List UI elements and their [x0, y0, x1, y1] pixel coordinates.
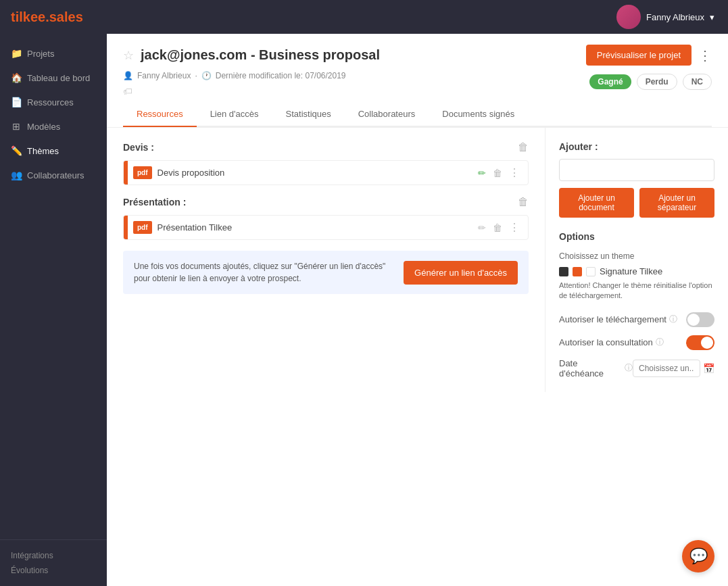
avatar [616, 5, 641, 29]
sidebar-item-label: Tableau de bord [27, 73, 90, 83]
option-row-telechargement: Autoriser le téléchargement ⓘ [559, 312, 714, 327]
info-icon-date[interactable]: ⓘ [625, 362, 633, 374]
modified-date: Dernière modification le: 07/06/2019 [216, 71, 346, 80]
generate-link-button[interactable]: Générer un lien d'accès [404, 261, 518, 285]
users-icon: 👥 [11, 170, 22, 180]
sidebar-footer-evolutions[interactable]: Évolutions [11, 563, 96, 578]
sidebar-item-themes[interactable]: ✏️ Thèmes [0, 139, 107, 163]
delete-icon[interactable]: 🗑 [493, 168, 502, 178]
date-input[interactable] [633, 360, 700, 377]
section-devis: Devis : 🗑 pdf Devis proposition ✏ 🗑 ⋮ [123, 141, 529, 185]
user-menu[interactable]: Fanny Albrieux ▾ [616, 5, 714, 29]
logo-text: tilkee. [11, 9, 49, 24]
toggle-consultation-slider [686, 335, 714, 350]
sidebar-item-label: Projets [27, 49, 54, 59]
sidebar-footer-integrations[interactable]: Intégrations [11, 548, 96, 563]
more-icon[interactable]: ⋮ [509, 221, 520, 234]
project-title-left: ☆ jack@jones.com - Business proposal [123, 47, 380, 63]
project-title-row: ☆ jack@jones.com - Business proposal Pré… [123, 45, 712, 66]
toggle-telechargement[interactable] [686, 312, 714, 327]
tab-lien[interactable]: Lien d'accès [197, 102, 272, 127]
tab-documents-signes[interactable]: Documents signés [429, 102, 528, 127]
sidebar-logo: tilkee.sales [0, 0, 107, 34]
tabs: Ressources Lien d'accès Statistiques Col… [123, 102, 712, 127]
sidebar-item-collaborateurs[interactable]: 👥 Collaborateurs [0, 163, 107, 187]
option-row-consultation: Autoriser la consultation ⓘ [559, 335, 714, 350]
tab-collaborateurs[interactable]: Collaborateurs [345, 102, 429, 127]
sidebar-item-tableau[interactable]: 🏠 Tableau de bord [0, 66, 107, 90]
sidebar-item-ressources[interactable]: 📄 Ressources [0, 90, 107, 114]
main-grid: Devis : 🗑 pdf Devis proposition ✏ 🗑 ⋮ [107, 128, 728, 392]
author-name: Fanny Albrieux [137, 71, 191, 80]
section-devis-header: Devis : 🗑 [123, 141, 529, 153]
status-perdu[interactable]: Perdu [637, 74, 677, 90]
doc-actions: ✏ 🗑 ⋮ [470, 221, 528, 234]
chat-bubble[interactable]: 💬 [682, 540, 714, 572]
right-panel: Ajouter : Ajouter un document Ajouter un… [545, 128, 728, 392]
folder-icon: 📁 [11, 48, 22, 59]
sidebar-item-modeles[interactable]: ⊞ Modèles [0, 114, 107, 139]
info-icon-telechargement[interactable]: ⓘ [669, 314, 677, 325]
doc-row-devis-proposition: pdf Devis proposition ✏ 🗑 ⋮ [123, 160, 529, 185]
user-icon: 👤 [123, 71, 133, 80]
edit-icon[interactable]: ✏ [478, 168, 486, 178]
date-input-wrap: 📅 [633, 360, 714, 377]
edit-icon[interactable]: ✏ [478, 222, 486, 233]
tab-statistiques[interactable]: Statistiques [272, 102, 345, 127]
logo-accent: sales [49, 9, 83, 24]
status-gagne[interactable]: Gagné [589, 74, 631, 89]
content-area: ☆ jack@jones.com - Business proposal Pré… [107, 34, 728, 586]
telechargement-text: Autoriser le téléchargement [559, 314, 666, 324]
doc-row-presentation-tilkee: pdf Présentation Tilkee ✏ 🗑 ⋮ [123, 215, 529, 240]
section-devis-title: Devis : [123, 142, 154, 153]
project-status-row: Gagné Perdu NC [589, 74, 712, 90]
sidebar: tilkee.sales 📁 Projets 🏠 Tableau de bord… [0, 0, 107, 586]
theme-name: Signature Tilkee [600, 266, 662, 276]
separator: · [195, 71, 197, 80]
doc-type-badge: pdf [133, 221, 152, 234]
more-icon[interactable]: ⋮ [698, 47, 712, 64]
sidebar-footer: Intégrations Évolutions [0, 539, 107, 586]
add-separator-button[interactable]: Ajouter un séparateur [639, 188, 714, 218]
info-icon-consultation[interactable]: ⓘ [656, 337, 664, 348]
project-meta: 👤 Fanny Albrieux · 🕐 Dernière modificati… [123, 71, 346, 80]
theme-dot-orange [573, 267, 582, 276]
option-label-consultation: Autoriser la consultation ⓘ [559, 337, 664, 348]
add-input[interactable] [559, 159, 714, 181]
sidebar-item-label: Modèles [27, 122, 60, 132]
delete-icon[interactable]: 🗑 [493, 222, 502, 233]
doc-actions: ✏ 🗑 ⋮ [470, 166, 528, 179]
main-area: Fanny Albrieux ▾ ☆ jack@jones.com - Busi… [107, 0, 728, 586]
section-presentation-header: Présentation : 🗑 [123, 196, 529, 208]
calendar-icon[interactable]: 📅 [703, 363, 714, 374]
grid-icon: ⊞ [11, 121, 22, 132]
left-panel: Devis : 🗑 pdf Devis proposition ✏ 🗑 ⋮ [107, 128, 545, 392]
section-presentation-delete-icon[interactable]: 🗑 [518, 196, 529, 208]
info-text: Une fois vos documents ajoutés, cliquez … [134, 260, 393, 285]
clock-icon: 🕐 [201, 71, 212, 80]
preview-button[interactable]: Prévisualiser le projet [586, 45, 691, 66]
theme-dot-white [586, 267, 596, 276]
star-icon[interactable]: ☆ [123, 48, 134, 63]
project-title: jack@jones.com - Business proposal [141, 47, 380, 63]
add-document-button[interactable]: Ajouter un document [559, 188, 634, 218]
section-devis-delete-icon[interactable]: 🗑 [518, 141, 529, 153]
section-presentation: Présentation : 🗑 pdf Présentation Tilkee… [123, 196, 529, 240]
option-label-telechargement: Autoriser le téléchargement ⓘ [559, 314, 677, 325]
chat-icon: 💬 [689, 547, 708, 565]
doc-type-badge: pdf [133, 166, 152, 179]
theme-label: Choisissez un theme [559, 251, 714, 261]
status-nc[interactable]: NC [683, 74, 712, 90]
document-icon: 📄 [11, 97, 22, 107]
sidebar-item-label: Thèmes [27, 146, 59, 156]
sidebar-item-projets[interactable]: 📁 Projets [0, 41, 107, 66]
options-section: Options Choisissez un theme Signature Ti… [559, 231, 714, 379]
doc-name: Présentation Tilkee [157, 222, 470, 233]
toggle-consultation[interactable] [686, 335, 714, 350]
tab-ressources[interactable]: Ressources [123, 102, 197, 127]
options-title: Options [559, 231, 714, 242]
add-label: Ajouter : [559, 141, 714, 152]
theme-selector[interactable]: Signature Tilkee [559, 266, 714, 276]
more-icon[interactable]: ⋮ [509, 166, 520, 179]
chevron-down-icon: ▾ [710, 12, 714, 22]
